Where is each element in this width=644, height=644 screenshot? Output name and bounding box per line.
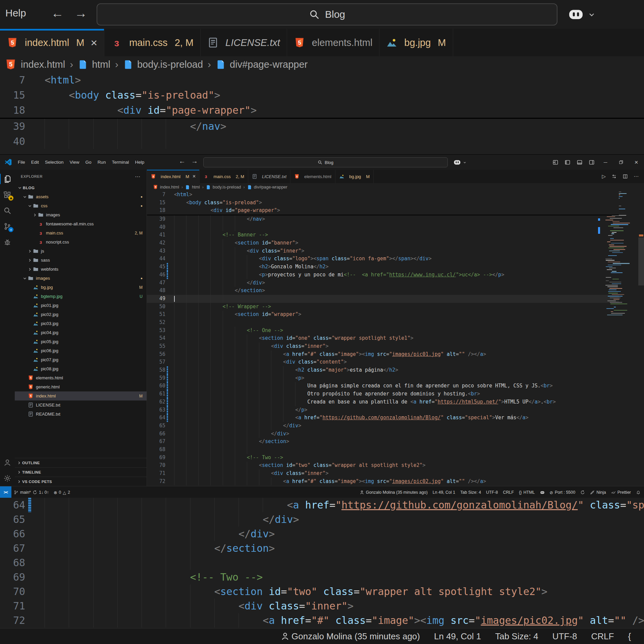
status-prettier[interactable]: Prettier (611, 490, 631, 495)
explorer-item-pic06.jpg[interactable]: pic06.jpg (15, 346, 147, 355)
explorer-item-assets[interactable]: assets● (15, 192, 147, 201)
explorer-item-pic01.jpg[interactable]: pic01.jpg (15, 301, 147, 310)
command-center-search[interactable]: Blog (203, 157, 448, 167)
explorer-item-sass[interactable]: sass (15, 256, 147, 265)
status-language-mode[interactable]: {}HTML (519, 490, 535, 495)
explorer-item-pic08.jpg[interactable]: pic08.jpg (15, 364, 147, 373)
status-git-last-commit[interactable]: Gonzalo Molina (35 minutes ago) (360, 490, 428, 495)
explorer-item-pic05.jpg[interactable]: pic05.jpg (15, 337, 147, 346)
tab-LICENSE.txt[interactable]: LICENSE.txt (248, 170, 290, 183)
menu-go[interactable]: Go (83, 160, 95, 165)
restore-button[interactable] (613, 155, 629, 170)
explorer-item-js[interactable]: js (15, 247, 147, 256)
toggle-panel-icon[interactable] (577, 159, 583, 165)
menu-run[interactable]: Run (95, 160, 109, 165)
toggle-primary-sidebar-icon[interactable] (565, 159, 571, 165)
activity-explorer[interactable] (0, 171, 15, 187)
status-settings-sync[interactable] (580, 490, 585, 495)
explorer-item-generic.html[interactable]: 5generic.html (15, 382, 147, 391)
run-button[interactable]: ▷ (602, 173, 606, 179)
status-notifications-bell[interactable] (636, 490, 641, 495)
tab-main.css[interactable]: ɜmain.css2, M (200, 170, 248, 183)
status-encoding[interactable]: UTF-8 (486, 490, 498, 495)
back-icon[interactable]: ← (51, 6, 64, 20)
status-live-server-port[interactable]: ⊘Port : 5500 (550, 490, 576, 495)
explorer-item-LICENSE.txt[interactable]: LICENSE.txt (15, 400, 147, 410)
activity-settings[interactable] (0, 470, 15, 486)
breadcrumb-item[interactable]: div#page-wrapper (230, 59, 308, 70)
copilot-icon[interactable] (453, 159, 462, 165)
section-outline[interactable]: OUTLINE (15, 458, 147, 467)
breadcrumb-item[interactable]: body.is-preload (137, 59, 203, 70)
toggle-secondary-sidebar-icon[interactable] (589, 159, 595, 165)
back-icon[interactable]: ← (179, 157, 185, 165)
minimize-button[interactable]: ─ (598, 155, 613, 170)
explorer-item-images[interactable]: images (15, 210, 147, 219)
status-ninja[interactable]: Ninja (590, 490, 606, 495)
problems-status[interactable]: ⊗0△2 (51, 486, 72, 498)
explorer-item-pic03.jpg[interactable]: pic03.jpg (15, 319, 147, 328)
scrollbar-thumb[interactable] (638, 237, 644, 285)
remote-indicator[interactable]: >< (0, 486, 11, 498)
tab-index.html[interactable]: 5index.htmlM× (147, 170, 200, 183)
minimap[interactable] (603, 192, 638, 486)
breadcrumb[interactable]: 5index.html›html›body.is-preload›div#pag… (147, 183, 644, 191)
menu-file[interactable]: File (15, 160, 28, 165)
close-button[interactable]: × (629, 155, 644, 170)
breadcrumb-item[interactable]: index.html (160, 185, 179, 190)
breadcrumb-item[interactable]: index.html (21, 59, 65, 70)
breadcrumb-item[interactable]: div#page-wrapper (254, 185, 287, 190)
status-end-of-line[interactable]: CRLF (503, 490, 514, 495)
command-center-search[interactable]: Blog (97, 3, 557, 25)
tab-elements.html[interactable]: 5elements.html (287, 29, 380, 56)
tab-bg.jpg[interactable]: bg.jpgM (335, 170, 374, 183)
more-actions-button[interactable]: ⋯ (634, 173, 639, 179)
status-copilot-status[interactable] (540, 490, 545, 495)
explorer-item-fontawesome-all.min.css[interactable]: ɜfontawesome-all.min.css (15, 219, 147, 228)
explorer-item-pic02.jpg[interactable]: pic02.jpg (15, 310, 147, 319)
close-icon[interactable]: × (91, 36, 97, 49)
breadcrumb-item[interactable]: html (192, 185, 200, 190)
explorer-item-bg.jpg[interactable]: bg.jpgM (15, 283, 147, 292)
explorer-item-index.html[interactable]: 5index.htmlM (15, 391, 147, 400)
copilot-icon[interactable] (568, 7, 584, 21)
tab-main.css[interactable]: ɜmain.css2, M (104, 29, 201, 56)
titlebar[interactable]: FileEditSelectionViewGoRunTerminalHelp ←… (0, 155, 644, 170)
activity-search[interactable] (0, 203, 15, 218)
chevron-down-icon[interactable] (588, 11, 596, 19)
explorer-item-noscript.css[interactable]: ɜnoscript.css (15, 237, 147, 247)
activity-accounts[interactable] (0, 454, 15, 470)
explorer-item-pic07.jpg[interactable]: pic07.jpg (15, 355, 147, 364)
git-branch-status[interactable]: main*1↓ 0↑ (11, 486, 51, 498)
menu-terminal[interactable]: Terminal (109, 160, 132, 165)
forward-icon[interactable]: → (191, 157, 198, 165)
menu-help[interactable]: Help (5, 7, 26, 19)
explorer-item-main.css[interactable]: ɜmain.css2, M (15, 228, 147, 237)
activity-extensions[interactable] (0, 187, 15, 203)
explorer-item-images[interactable]: images● (15, 274, 147, 283)
split-editor-button[interactable] (623, 174, 628, 179)
breadcrumb-item[interactable]: body.is-preload (213, 185, 241, 190)
activity-source-control[interactable]: 4 (0, 218, 15, 234)
code-editor[interactable]: 39 </nav>4041 <!-- Banner -->42 <section… (147, 191, 644, 486)
explorer-item-README.txt[interactable]: README.txt (15, 410, 147, 419)
menu-help[interactable]: Help (132, 160, 147, 165)
tab-LICENSE.txt[interactable]: LICENSE.txt (201, 29, 287, 56)
customize-layout-icon[interactable] (552, 159, 558, 165)
vertical-scrollbar[interactable] (638, 191, 644, 486)
more-actions-icon[interactable]: ⋯ (135, 173, 141, 180)
explorer-item-BLOG[interactable]: BLOG (15, 183, 147, 192)
menu-edit[interactable]: Edit (28, 160, 42, 165)
activity-run-and-debug[interactable] (0, 234, 15, 250)
explorer-item-bgtemp.jpg[interactable]: bgtemp.jpgU (15, 292, 147, 301)
tab-index.html[interactable]: 5index.htmlM× (0, 29, 104, 56)
breadcrumb-item[interactable]: html (92, 59, 110, 70)
menu-view[interactable]: View (67, 160, 83, 165)
close-icon[interactable]: × (193, 173, 196, 179)
status-cursor-position[interactable]: Ln 49, Col 1 (433, 490, 455, 495)
forward-icon[interactable]: → (74, 6, 87, 20)
tab-elements.html[interactable]: 5elements.html (290, 170, 335, 183)
tab-bg.jpg[interactable]: bg.jpgM (379, 29, 453, 56)
menu-selection[interactable]: Selection (42, 160, 67, 165)
open-changes-button[interactable] (611, 174, 617, 179)
